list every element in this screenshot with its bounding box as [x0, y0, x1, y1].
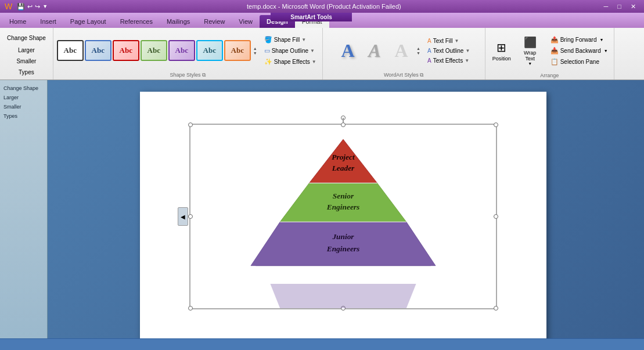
- svg-text:Engineers: Engineers: [326, 244, 359, 253]
- effects-icon: ✨: [264, 58, 272, 66]
- shape-style-orange[interactable]: Abc: [224, 40, 251, 61]
- tab-mailings[interactable]: Mailings: [160, 15, 197, 28]
- svg-text:Junior: Junior: [332, 232, 354, 241]
- shape-fill-arrow: ▼: [301, 37, 306, 42]
- svg-marker-13: [270, 284, 416, 308]
- wordart-more[interactable]: ▲▼: [415, 46, 422, 55]
- shape-outline-arrow: ▼: [310, 48, 315, 53]
- wordart-styles-section: A A A ▲▼ A Text Fill ▼ A Text Outli: [323, 28, 485, 80]
- quick-redo-icon[interactable]: ↪: [35, 3, 40, 10]
- rotate-line: [343, 118, 344, 122]
- shape-fill-btn[interactable]: 🪣 Shape Fill ▼: [262, 35, 319, 45]
- wrap-text-icon: ⬛: [524, 36, 537, 49]
- shape-effects-btn[interactable]: ✨ Shape Effects ▼: [262, 57, 319, 67]
- tab-view[interactable]: View: [232, 15, 260, 28]
- tab-home[interactable]: Home: [2, 15, 33, 28]
- svg-text:Senior: Senior: [332, 192, 354, 200]
- word-icon: W: [5, 2, 12, 11]
- wordart-a2[interactable]: A: [362, 38, 387, 63]
- wrap-text-btn[interactable]: ⬛ Wrap Text ▼: [516, 34, 545, 68]
- wordart-a3[interactable]: A: [388, 38, 414, 63]
- tab-references[interactable]: References: [113, 15, 160, 28]
- panel-item-change-shape[interactable]: Change Shape: [2, 84, 45, 93]
- handle-top-mid[interactable]: [341, 122, 346, 127]
- svg-text:Engineers: Engineers: [326, 203, 359, 211]
- document-area: ◀: [48, 86, 638, 338]
- shape-style-green[interactable]: Abc: [141, 40, 167, 61]
- minimize-btn[interactable]: ─: [600, 3, 612, 10]
- close-btn[interactable]: ✕: [627, 3, 639, 10]
- tab-review[interactable]: Review: [197, 15, 232, 28]
- send-backward-btn[interactable]: 📥 Send Backward ▼: [548, 46, 610, 56]
- selection-pane-btn[interactable]: 📋 Selection Pane: [548, 57, 610, 67]
- title-bar: W 💾 ↩ ↪ ▼ temp.docx - Microsoft Word (Pr…: [0, 0, 644, 13]
- shape-styles-section: Abc Abc Abc Abc Abc Abc: [53, 28, 323, 80]
- textfill-icon: A: [427, 38, 431, 44]
- title-bar-left: W 💾 ↩ ↪ ▼: [5, 2, 48, 11]
- panel-item-larger[interactable]: Larger: [2, 93, 45, 102]
- shape-style-blue[interactable]: Abc: [85, 40, 111, 61]
- shape-styles-label: Shape Styles ⧉: [170, 71, 206, 78]
- handle-bottom-left[interactable]: [188, 306, 193, 311]
- handle-mid-left[interactable]: [188, 214, 193, 219]
- handle-mid-right[interactable]: [494, 214, 498, 219]
- maximize-btn[interactable]: □: [614, 3, 625, 10]
- selection-pane-icon: 📋: [551, 58, 559, 66]
- svg-text:Project: Project: [332, 153, 355, 161]
- pyramid-svg: Project Leader Senior Engineers Junior E…: [204, 125, 483, 270]
- smaller-btn[interactable]: Smaller: [13, 57, 39, 66]
- wordart-a1[interactable]: A: [335, 38, 361, 63]
- send-backward-arrow: ▼: [604, 49, 608, 53]
- shape-styles-expand[interactable]: ⧉: [202, 72, 206, 78]
- outline-icon: ▭: [264, 47, 270, 55]
- change-shape-btn[interactable]: Change Shape: [3, 33, 49, 44]
- bring-forward-btn[interactable]: 📤 Bring Forward ▼: [548, 35, 610, 45]
- text-fill-arrow: ▼: [455, 38, 459, 44]
- quick-undo-icon[interactable]: ↩: [27, 3, 33, 10]
- window-controls: ─ □ ✕: [600, 3, 639, 10]
- tab-page-layout[interactable]: Page Layout: [63, 15, 113, 28]
- larger-btn[interactable]: Larger: [15, 46, 38, 55]
- handle-top-right[interactable]: [494, 122, 498, 127]
- handle-bottom-right[interactable]: [494, 306, 498, 311]
- textoutline-icon: A: [427, 48, 431, 54]
- panel-item-types[interactable]: Types: [2, 111, 45, 121]
- arrange-label: Arrange: [540, 71, 559, 78]
- tab-insert[interactable]: Insert: [33, 15, 63, 28]
- shape-style-white[interactable]: Abc: [57, 40, 84, 61]
- wordart-styles-label: WordArt Styles ⧉: [384, 71, 423, 78]
- shape-styles-more[interactable]: ▲▼: [252, 46, 258, 55]
- shape-style-purple[interactable]: Abc: [168, 40, 195, 61]
- smartart-tools-label: SmartArt Tools: [271, 13, 352, 21]
- text-outline-btn[interactable]: A Text Outline ▼: [425, 46, 472, 55]
- svg-text:Leader: Leader: [331, 164, 354, 172]
- status-bar: [0, 338, 644, 350]
- shape-style-red[interactable]: Abc: [113, 40, 139, 61]
- text-outline-arrow: ▼: [465, 48, 470, 53]
- texteffects-icon: A: [427, 57, 431, 64]
- position-label: Position: [492, 56, 511, 62]
- text-fill-btn[interactable]: A Text Fill ▼: [425, 37, 472, 45]
- smartart-frame[interactable]: ◀: [189, 124, 497, 309]
- bring-forward-arrow: ▼: [600, 38, 604, 42]
- shape-style-teal[interactable]: Abc: [196, 40, 223, 61]
- position-icon: ⊞: [497, 41, 506, 55]
- wordart-expand[interactable]: ⧉: [420, 72, 423, 78]
- pyramid-reflection: [204, 269, 483, 308]
- quick-customize-icon[interactable]: ▼: [42, 3, 48, 9]
- ribbon: Change Shape Larger Smaller Types Abc Ab…: [0, 28, 644, 80]
- panel-item-smaller[interactable]: Smaller: [2, 102, 45, 111]
- fill-icon: 🪣: [264, 36, 272, 44]
- types-btn[interactable]: Types: [15, 68, 38, 77]
- collapse-arrow[interactable]: ◀: [178, 207, 188, 226]
- bring-forward-icon: 📤: [551, 36, 559, 44]
- window-title: temp.docx - Microsoft Word (Product Acti…: [48, 3, 600, 10]
- wrap-text-label: Wrap Text: [524, 50, 536, 62]
- text-effects-btn[interactable]: A Text Effects ▼: [425, 56, 472, 65]
- send-backward-icon: 📥: [551, 47, 559, 55]
- handle-top-left[interactable]: [188, 122, 193, 127]
- change-shape-section: Change Shape Larger Smaller Types: [0, 28, 53, 80]
- position-btn[interactable]: ⊞ Position: [489, 34, 515, 68]
- quick-save-icon[interactable]: 💾: [17, 3, 25, 10]
- shape-outline-btn[interactable]: ▭ Shape Outline ▼: [262, 46, 319, 56]
